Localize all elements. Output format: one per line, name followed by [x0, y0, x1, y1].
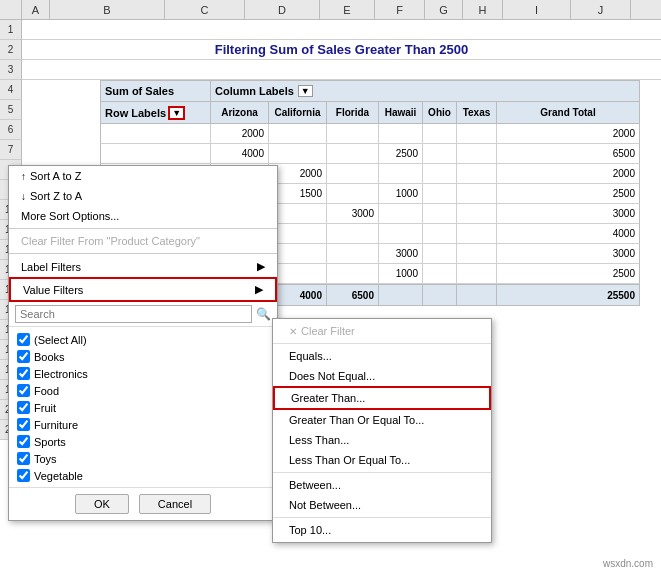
- row-num-5: 5: [0, 100, 22, 120]
- submenu-sep-1: [273, 343, 491, 344]
- sort-az-icon: ↑: [21, 171, 26, 182]
- watermark: wsxdn.com: [603, 558, 653, 569]
- row-num-6: 6: [0, 120, 22, 140]
- checkbox-toys[interactable]: Toys: [17, 450, 269, 467]
- col-header-h: H: [463, 0, 503, 20]
- col-header-e: E: [320, 0, 375, 20]
- submenu-less-than[interactable]: Less Than...: [273, 430, 491, 450]
- cancel-button[interactable]: Cancel: [139, 494, 211, 514]
- column-labels-filter-icon[interactable]: ▼: [298, 85, 313, 97]
- col-hawaii: Hawaii: [379, 102, 423, 123]
- checkbox-books[interactable]: Books: [17, 348, 269, 365]
- separator-1: [9, 228, 277, 229]
- search-box: 🔍: [9, 302, 277, 327]
- checkbox-electronics[interactable]: Electronics: [17, 365, 269, 382]
- checkbox-select-all[interactable]: (Select All): [17, 331, 269, 348]
- col-header-a: A: [22, 0, 50, 20]
- submenu-does-not-equal[interactable]: Does Not Equal...: [273, 366, 491, 386]
- pivot-data-row-2: 4000 2500 6500: [100, 144, 640, 164]
- checkbox-fruit[interactable]: Fruit: [17, 399, 269, 416]
- submenu-less-than-equal[interactable]: Less Than Or Equal To...: [273, 450, 491, 470]
- search-icon: 🔍: [256, 307, 271, 321]
- row-1-cells: [22, 20, 661, 40]
- pivot-data-row-1: 2000 2000: [100, 124, 640, 144]
- pivot-sum-of-sales: Sum of Sales: [101, 81, 211, 101]
- row-labels-filter-dropdown-icon[interactable]: ▼: [168, 106, 185, 120]
- label-filters-item[interactable]: Label Filters ▶: [9, 256, 277, 277]
- checkbox-food[interactable]: Food: [17, 382, 269, 399]
- submenu-greater-than[interactable]: Greater Than...: [273, 386, 491, 410]
- sort-az-item[interactable]: ↑ Sort A to Z: [9, 166, 277, 186]
- ok-button[interactable]: OK: [75, 494, 129, 514]
- submenu-sep-2: [273, 472, 491, 473]
- row-num-4: 4: [0, 80, 22, 100]
- col-header-f: F: [375, 0, 425, 20]
- submenu-top-10[interactable]: Top 10...: [273, 520, 491, 540]
- row-num-1: 1: [0, 20, 22, 40]
- separator-2: [9, 253, 277, 254]
- checkbox-sports[interactable]: Sports: [17, 433, 269, 450]
- value-filters-item[interactable]: Value Filters ▶: [9, 277, 277, 302]
- value-filters-submenu: ✕ Clear Filter Equals... Does Not Equal.…: [272, 318, 492, 543]
- submenu-greater-than-equal[interactable]: Greater Than Or Equal To...: [273, 410, 491, 430]
- spreadsheet: A B C D E F G H I J 1 2 3 4 5 6 7 8 9 10…: [0, 0, 661, 573]
- pivot-row-labels-header: Row Labels ▼: [101, 102, 211, 123]
- col-grand-total: Grand Total: [497, 102, 639, 123]
- col-header-d: D: [245, 0, 320, 20]
- search-input[interactable]: [15, 305, 252, 323]
- filter-dropdown: ↑ Sort A to Z ↓ Sort Z to A More Sort Op…: [8, 165, 278, 521]
- checkbox-furniture[interactable]: Furniture: [17, 416, 269, 433]
- checkbox-vegetable[interactable]: Vegetable: [17, 467, 269, 484]
- clear-filter-item[interactable]: Clear Filter From "Product Category": [9, 231, 277, 251]
- column-headers: A B C D E F G H I J: [0, 0, 661, 20]
- clear-filter-icon: ✕: [289, 326, 297, 337]
- submenu-sep-3: [273, 517, 491, 518]
- sort-za-item[interactable]: ↓ Sort Z to A: [9, 186, 277, 206]
- submenu-between[interactable]: Between...: [273, 475, 491, 495]
- label-filters-arrow-icon: ▶: [257, 260, 265, 273]
- row-num-2: 2: [0, 40, 22, 60]
- value-filters-arrow-icon: ▶: [255, 283, 263, 296]
- pivot-header-row: Sum of Sales Column Labels ▼: [100, 80, 640, 102]
- col-texas: Texas: [457, 102, 497, 123]
- col-header-blank: [0, 0, 22, 20]
- more-sort-item[interactable]: More Sort Options...: [9, 206, 277, 226]
- col-arizona: Arizona: [211, 102, 269, 123]
- col-header-j: J: [571, 0, 631, 20]
- submenu-equals[interactable]: Equals...: [273, 346, 491, 366]
- row-3-cells: [22, 60, 661, 80]
- col-header-b: B: [50, 0, 165, 20]
- submenu-not-between[interactable]: Not Between...: [273, 495, 491, 515]
- col-header-i: I: [503, 0, 571, 20]
- col-california: California: [269, 102, 327, 123]
- col-header-c: C: [165, 0, 245, 20]
- pivot-column-labels: Column Labels ▼: [211, 81, 639, 101]
- col-florida: Florida: [327, 102, 379, 123]
- sort-za-icon: ↓: [21, 191, 26, 202]
- checkbox-list: (Select All) Books Electronics Food Frui…: [9, 327, 277, 487]
- pivot-subheader-row: Row Labels ▼ Arizona California Florida …: [100, 102, 640, 124]
- row-num-3: 3: [0, 60, 22, 80]
- spreadsheet-title: Filtering Sum of Sales Greater Than 2500: [215, 42, 469, 57]
- col-header-g: G: [425, 0, 463, 20]
- submenu-clear-filter[interactable]: ✕ Clear Filter: [273, 321, 491, 341]
- col-ohio: Ohio: [423, 102, 457, 123]
- title-row: Filtering Sum of Sales Greater Than 2500: [22, 40, 661, 60]
- filter-buttons: OK Cancel: [9, 487, 277, 520]
- row-num-7: 7: [0, 140, 22, 160]
